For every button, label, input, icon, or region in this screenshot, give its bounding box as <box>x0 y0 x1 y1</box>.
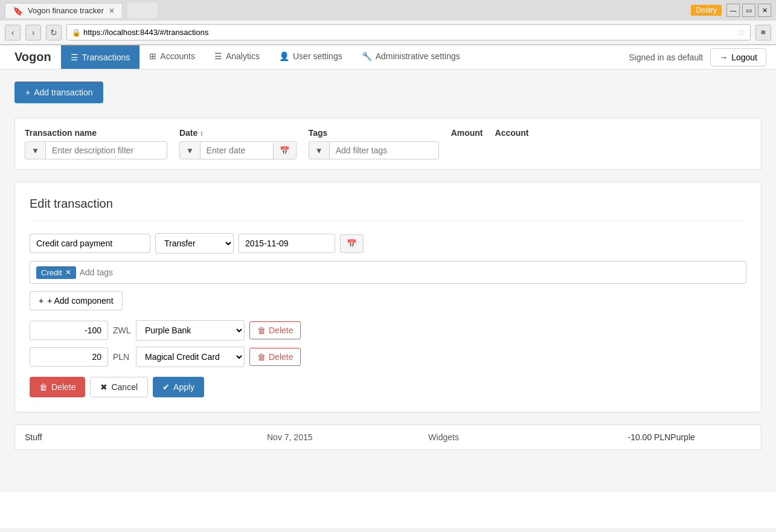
nav-analytics-label: Analytics <box>226 51 260 61</box>
tx-row-name: Stuff <box>25 432 267 442</box>
sort-icon: ↕ <box>200 129 204 136</box>
tx-date-calendar-btn[interactable]: 📅 <box>340 234 364 253</box>
transaction-list-row[interactable]: Stuff Nov 7, 2015 Widgets -10.00 PLN Pur… <box>14 425 762 450</box>
add-component-label: + Add component <box>47 296 113 306</box>
component-1-amount-input[interactable] <box>30 321 108 340</box>
user-settings-icon: 👤 <box>279 51 289 61</box>
tag-credit-remove-btn[interactable]: ✕ <box>65 268 71 277</box>
delete-transaction-button[interactable]: 🗑 Delete <box>30 377 85 397</box>
component-2-delete-btn[interactable]: 🗑 Delete <box>249 348 301 366</box>
component-1-delete-icon: 🗑 <box>257 325 266 335</box>
add-transaction-label: Add transaction <box>34 88 92 97</box>
nav-item-accounts[interactable]: ⊞ Accounts <box>139 45 205 69</box>
nav-item-transactions[interactable]: ☰ Transactions <box>61 45 140 69</box>
component-2-delete-icon: 🗑 <box>257 352 266 362</box>
analytics-icon: ☰ <box>214 51 222 61</box>
action-row: 🗑 Delete ✖ Cancel ✔ Apply <box>30 377 746 397</box>
tab-title: Vogon finance tracker <box>28 6 104 15</box>
tx-row-account: Purple <box>670 432 751 442</box>
logout-label: Logout <box>731 53 757 62</box>
edit-transaction-card: Edit transaction Transfer Income Expense… <box>14 182 762 412</box>
edit-transaction-title: Edit transaction <box>30 197 746 221</box>
tags-row: Credit ✕ <box>30 261 746 284</box>
add-transaction-icon: + <box>25 88 30 97</box>
cancel-transaction-button[interactable]: ✖ Cancel <box>90 377 148 397</box>
filter-date-input[interactable] <box>200 142 273 159</box>
filter-name-label: Transaction name <box>25 128 167 138</box>
accounts-icon: ⊞ <box>149 51 156 61</box>
add-transaction-button[interactable]: + Add transaction <box>14 82 103 103</box>
filter-account-label: Account <box>495 128 529 138</box>
admin-settings-icon: 🔧 <box>362 51 372 61</box>
apply-label: Apply <box>173 382 194 392</box>
filter-date-input-wrap: ▼ 📅 <box>179 141 297 159</box>
filter-date-icon-btn[interactable]: ▼ <box>180 143 200 159</box>
tab-close-btn[interactable]: ✕ <box>109 7 115 15</box>
component-row-1: ZWL Purple Bank Magical Credit Card 🗑 De… <box>30 320 746 341</box>
filter-tags-input-wrap: ▼ <box>309 141 439 159</box>
add-component-button[interactable]: + + Add component <box>30 291 123 310</box>
nav-item-user-settings[interactable]: 👤 User settings <box>269 45 352 69</box>
delete-transaction-icon: 🗑 <box>39 382 48 392</box>
delete-transaction-label: Delete <box>51 382 75 392</box>
tx-row-amount: -10.00 PLN <box>590 432 671 442</box>
star-icon[interactable]: ☆ <box>737 27 745 38</box>
add-component-icon: + <box>39 296 43 306</box>
signed-as-label: Signed in as default <box>629 53 703 62</box>
tags-input[interactable] <box>80 268 740 277</box>
apply-transaction-button[interactable]: ✔ Apply <box>153 377 204 397</box>
tx-row-date: Nov 7, 2015 <box>267 432 428 442</box>
window-controls: — ▭ ✕ <box>726 4 771 17</box>
component-2-amount-input[interactable] <box>30 347 108 367</box>
filter-group-name: Transaction name ▼ <box>25 128 167 159</box>
filter-group-amount: Amount <box>451 128 483 138</box>
filter-tags-input[interactable] <box>330 142 438 159</box>
app-nav: Vogon ☰ Transactions ⊞ Accounts ☰ Analyt… <box>0 45 776 69</box>
lock-icon: 🔒 <box>72 28 81 37</box>
nav-brand: Vogon <box>5 45 61 69</box>
cancel-icon: ✖ <box>100 382 107 392</box>
back-btn[interactable]: ‹ <box>5 25 21 40</box>
app: Vogon ☰ Transactions ⊞ Accounts ☰ Analyt… <box>0 45 776 528</box>
filter-tags-label: Tags <box>309 128 439 138</box>
filter-date-calendar-btn[interactable]: 📅 <box>273 143 296 159</box>
component-1-account-select[interactable]: Purple Bank Magical Credit Card <box>136 320 245 341</box>
address-bar[interactable]: 🔒 ☆ <box>66 24 751 40</box>
tag-credit-label: Credit <box>41 268 62 277</box>
logout-button[interactable]: → Logout <box>710 48 766 66</box>
tab-icon: 🔖 <box>13 6 23 16</box>
nav-user-settings-label: User settings <box>293 51 342 61</box>
component-2-account-select[interactable]: Purple Bank Magical Credit Card <box>136 347 245 367</box>
nav-accounts-label: Accounts <box>160 51 195 61</box>
component-2-currency: PLN <box>113 352 131 362</box>
browser-menu-btn[interactable]: ≡ <box>755 25 771 40</box>
maximize-btn[interactable]: ▭ <box>742 4 755 17</box>
tx-date-input[interactable] <box>239 234 335 253</box>
reload-btn[interactable]: ↻ <box>46 25 62 40</box>
minimize-btn[interactable]: — <box>726 4 740 17</box>
tx-row-tags: Widgets <box>428 432 589 442</box>
filter-group-date: Date ↕ ▼ 📅 <box>179 128 297 159</box>
apply-icon: ✔ <box>162 382 170 392</box>
filter-name-icon-btn[interactable]: ▼ <box>25 143 46 159</box>
new-tab-area[interactable] <box>127 2 158 18</box>
browser-toolbar: ‹ › ↻ 🔒 ☆ ≡ <box>0 21 776 45</box>
nav-item-analytics[interactable]: ☰ Analytics <box>205 45 269 69</box>
filter-group-account: Account <box>495 128 529 138</box>
filter-tags-icon-btn[interactable]: ▼ <box>309 143 330 159</box>
forward-btn[interactable]: › <box>25 25 41 40</box>
url-input[interactable] <box>83 28 734 37</box>
component-1-delete-btn[interactable]: 🗑 Delete <box>249 321 301 339</box>
browser-user-label: Dmitry <box>691 5 722 16</box>
transactions-icon: ☰ <box>71 53 79 62</box>
browser-tab[interactable]: 🔖 Vogon finance tracker ✕ <box>5 3 123 18</box>
filter-amount-label: Amount <box>451 128 483 138</box>
filter-name-input[interactable] <box>46 142 167 159</box>
close-btn[interactable]: ✕ <box>758 4 771 17</box>
tx-type-select[interactable]: Transfer Income Expense <box>155 233 234 254</box>
cancel-label: Cancel <box>111 382 138 392</box>
filter-name-input-wrap: ▼ <box>25 141 167 159</box>
nav-item-admin-settings[interactable]: 🔧 Administrative settings <box>352 45 470 69</box>
filter-date-label: Date <box>179 128 197 138</box>
tx-name-input[interactable] <box>30 234 150 253</box>
